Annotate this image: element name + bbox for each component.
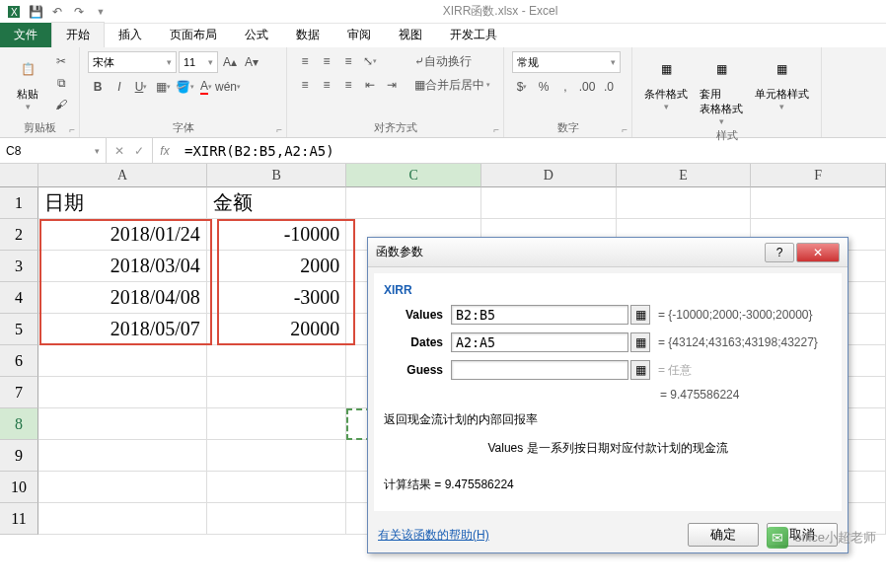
- cell-A9[interactable]: [38, 440, 207, 472]
- cell-A2[interactable]: 2018/01/24: [38, 219, 207, 251]
- comma-icon[interactable]: ,: [555, 77, 575, 97]
- cell-B11[interactable]: [207, 503, 347, 535]
- cell-B6[interactable]: [207, 345, 347, 377]
- cell-A8[interactable]: [38, 408, 207, 440]
- format-painter-icon[interactable]: 🖌: [51, 95, 71, 114]
- tab-formulas[interactable]: 公式: [231, 23, 282, 47]
- cell-B8[interactable]: [207, 408, 347, 440]
- paste-button[interactable]: 📋 粘贴 ▾: [8, 51, 47, 113]
- cell-A7[interactable]: [38, 377, 207, 408]
- row-header-4[interactable]: 4: [0, 282, 38, 314]
- col-header-F[interactable]: F: [751, 164, 886, 187]
- cell-B4[interactable]: -3000: [207, 282, 347, 314]
- decrease-decimal-icon[interactable]: .0: [599, 77, 619, 97]
- qat-more-icon[interactable]: ▼: [93, 4, 109, 20]
- col-header-C[interactable]: C: [346, 164, 481, 187]
- col-header-B[interactable]: B: [207, 164, 347, 187]
- fx-icon[interactable]: fx: [153, 138, 177, 163]
- dialog-ok-button[interactable]: 确定: [688, 523, 759, 547]
- row-header-8[interactable]: 8: [0, 408, 38, 440]
- row-header-9[interactable]: 9: [0, 440, 38, 472]
- cell-B9[interactable]: [207, 440, 347, 472]
- percent-icon[interactable]: %: [534, 77, 554, 97]
- col-header-A[interactable]: A: [38, 164, 207, 187]
- accounting-format-icon[interactable]: $▾: [512, 77, 532, 97]
- tab-developer[interactable]: 开发工具: [436, 23, 511, 47]
- redo-icon[interactable]: ↷: [71, 4, 87, 20]
- cell-B10[interactable]: [207, 472, 347, 503]
- clipboard-launcher-icon[interactable]: ⌐: [69, 124, 75, 135]
- arg-dates-ref-icon[interactable]: ▦: [630, 332, 650, 352]
- indent-dec-icon[interactable]: ⇤: [360, 75, 380, 95]
- font-launcher-icon[interactable]: ⌐: [276, 124, 282, 135]
- arg-guess-ref-icon[interactable]: ▦: [630, 360, 650, 380]
- cell-F1[interactable]: [751, 187, 886, 219]
- row-header-10[interactable]: 10: [0, 472, 38, 503]
- cell-D1[interactable]: [481, 187, 617, 219]
- align-top-icon[interactable]: ≡: [295, 51, 315, 71]
- cell-B3[interactable]: 2000: [207, 251, 347, 282]
- tab-pagelayout[interactable]: 页面布局: [156, 23, 231, 47]
- cell-A4[interactable]: 2018/04/08: [38, 282, 207, 314]
- increase-font-icon[interactable]: A▴: [220, 52, 240, 72]
- align-center-icon[interactable]: ≡: [317, 75, 336, 95]
- cell-C1[interactable]: [346, 187, 481, 219]
- dialog-titlebar[interactable]: 函数参数 ? ✕: [368, 238, 848, 267]
- cell-A10[interactable]: [38, 472, 207, 503]
- save-icon[interactable]: 💾: [28, 4, 43, 20]
- number-launcher-icon[interactable]: ⌐: [622, 124, 628, 135]
- cell-A3[interactable]: 2018/03/04: [38, 251, 207, 282]
- align-middle-icon[interactable]: ≡: [317, 51, 336, 71]
- phonetic-button[interactable]: wén▾: [218, 77, 238, 97]
- arg-dates-input[interactable]: [451, 332, 628, 352]
- format-as-table-button[interactable]: ▦套用 表格格式▾: [696, 51, 747, 128]
- accept-formula-icon[interactable]: ✓: [134, 144, 144, 158]
- copy-icon[interactable]: ⧉: [51, 73, 71, 93]
- cell-A11[interactable]: [38, 503, 207, 535]
- arg-values-ref-icon[interactable]: ▦: [630, 305, 650, 325]
- italic-button[interactable]: I: [110, 77, 129, 97]
- increase-decimal-icon[interactable]: .00: [577, 77, 597, 97]
- cell-A5[interactable]: 2018/05/07: [38, 314, 207, 345]
- row-header-1[interactable]: 1: [0, 187, 38, 219]
- col-header-D[interactable]: D: [481, 164, 617, 187]
- tab-data[interactable]: 数据: [282, 23, 333, 47]
- tab-review[interactable]: 审阅: [333, 23, 385, 47]
- col-header-E[interactable]: E: [617, 164, 752, 187]
- number-format-select[interactable]: 常规▾: [512, 51, 621, 73]
- decrease-font-icon[interactable]: A▾: [242, 52, 261, 72]
- cell-A1[interactable]: 日期: [38, 187, 207, 219]
- select-all-corner[interactable]: [0, 164, 38, 187]
- tab-home[interactable]: 开始: [51, 22, 105, 47]
- align-right-icon[interactable]: ≡: [338, 75, 358, 95]
- cell-E1[interactable]: [617, 187, 752, 219]
- row-header-6[interactable]: 6: [0, 345, 38, 377]
- row-header-11[interactable]: 11: [0, 503, 38, 535]
- row-header-7[interactable]: 7: [0, 377, 38, 408]
- dialog-close-button[interactable]: ✕: [796, 243, 840, 262]
- font-name-select[interactable]: 宋体▾: [88, 51, 177, 73]
- row-header-5[interactable]: 5: [0, 314, 38, 345]
- border-button[interactable]: ▦▾: [153, 77, 173, 97]
- font-color-button[interactable]: A▾: [196, 77, 216, 97]
- name-box[interactable]: C8▾: [0, 138, 107, 163]
- cell-B7[interactable]: [207, 377, 347, 408]
- cell-styles-button[interactable]: ▦单元格样式▾: [751, 51, 813, 113]
- fill-color-button[interactable]: 🪣▾: [175, 77, 194, 97]
- wrap-text-button[interactable]: ⤶ 自动换行: [409, 51, 477, 71]
- dialog-help-link[interactable]: 有关该函数的帮助(H): [378, 527, 489, 544]
- tab-view[interactable]: 视图: [385, 23, 436, 47]
- underline-button[interactable]: U▾: [131, 77, 151, 97]
- orientation-icon[interactable]: ⤡▾: [360, 51, 380, 71]
- font-size-select[interactable]: 11▾: [179, 51, 218, 73]
- tab-file[interactable]: 文件: [0, 23, 51, 47]
- indent-inc-icon[interactable]: ⇥: [382, 75, 402, 95]
- align-left-icon[interactable]: ≡: [295, 75, 315, 95]
- merge-center-button[interactable]: ▦ 合并后居中▾: [409, 75, 495, 95]
- conditional-formatting-button[interactable]: ▦条件格式▾: [640, 51, 692, 113]
- align-bottom-icon[interactable]: ≡: [338, 51, 358, 71]
- arg-guess-input[interactable]: [451, 360, 628, 380]
- row-header-2[interactable]: 2: [0, 219, 38, 251]
- undo-icon[interactable]: ↶: [49, 4, 65, 20]
- dialog-help-button[interactable]: ?: [765, 243, 794, 262]
